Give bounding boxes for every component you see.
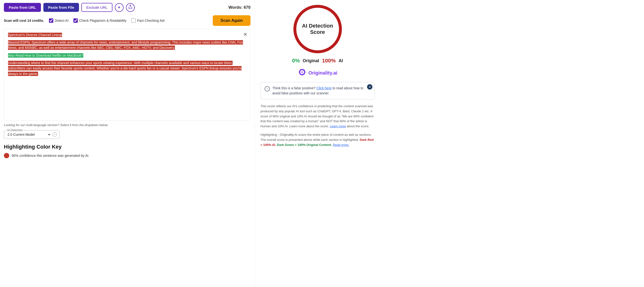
fp-text: Think this is a false positive? Click he… (272, 86, 370, 96)
paste-from-url-button[interactable]: Paste from URL (4, 3, 41, 12)
score-description: This score reflects our AI's confidence … (260, 104, 374, 129)
scan-again-button[interactable]: Scan Again (213, 15, 250, 26)
highlight-description: Highlighting - Originality.AI scans the … (260, 132, 374, 147)
content-close-button[interactable]: ✕ (243, 31, 248, 37)
detect-ai-checkbox[interactable] (49, 18, 53, 23)
detect-ai-checkbox-label[interactable]: Detect AI (49, 18, 68, 23)
highlight-dark-green: Dark Green = 100% Original Content. (277, 143, 332, 147)
content-area: ✕ Spectrum's Diverse Channel Lineup Beyo… (4, 29, 250, 121)
pct-original: 0% (292, 58, 300, 64)
read-more-link[interactable]: Read more. (333, 143, 350, 147)
pct-ai: 100% (322, 58, 336, 64)
label-ai: AI (339, 58, 343, 63)
fp-close-button[interactable]: ✕ (367, 84, 372, 89)
false-positive-box: i Think this is a false positive? Click … (260, 82, 374, 99)
scan-cost: Scan will cost 14 credits. (4, 19, 44, 22)
score-circle-line1: AI Detection (302, 23, 333, 29)
ai-detection-group: AI Detection 2.0 Current Model 1.0 Legac… (4, 130, 60, 139)
content-paragraph-1: Beyond ESPN, Spectrum offers a wide arra… (8, 40, 246, 50)
right-panel: AI Detection Score 0% Original 100% AI (254, 0, 380, 287)
ai-detection-info-icon[interactable]: i (52, 132, 57, 137)
score-desc-suffix: about the score. (347, 124, 369, 128)
score-circle-container: AI Detection Score (260, 5, 374, 53)
fp-click-here-link[interactable]: Click here (316, 86, 332, 90)
title-highlighted: Spectrum's Diverse Channel Lineup (8, 33, 62, 37)
score-circle: AI Detection Score (294, 5, 342, 53)
color-key-title: Highlighting Color Key (4, 144, 250, 150)
score-labels: 0% Original 100% AI (260, 58, 374, 64)
fp-info-icon: i (264, 86, 270, 91)
detect-ai-label: Detect AI (55, 19, 68, 22)
ai-detection-select[interactable]: 2.0 Current Model 1.0 Legacy Model (6, 132, 51, 137)
add-button[interactable]: + (115, 3, 124, 12)
fact-checking-checkbox-label[interactable]: Fact Checking Aid (131, 18, 164, 23)
para1-highlighted: Beyond ESPN, Spectrum offers a wide arra… (8, 40, 243, 50)
share-button[interactable] (126, 3, 135, 12)
plus-icon: + (118, 5, 120, 10)
learn-more-link[interactable]: Learn more (330, 124, 346, 128)
color-key-label-1: 90% confidence this sentence was generat… (12, 154, 90, 158)
brand-logo-icon (298, 68, 306, 78)
color-dot-red (4, 153, 9, 158)
word-count: Words: 670 (228, 5, 250, 10)
ai-detection-legend: AI Detection (6, 128, 24, 132)
check-plagiarism-checkbox[interactable] (74, 18, 78, 23)
brand-name-text: Originality.ai (308, 70, 338, 75)
fact-checking-label: Fact Checking Aid (137, 19, 164, 22)
originality-brand: Originality.ai (260, 68, 374, 78)
check-plagiarism-checkbox-label[interactable]: Check Plagiarism & Readability (74, 18, 126, 23)
fact-checking-checkbox[interactable] (131, 18, 136, 23)
link-green-highlighted: Also Read:How to Download Netflix on Mac… (8, 53, 83, 58)
svg-point-4 (302, 71, 302, 73)
content-title: Spectrum's Diverse Channel Lineup (8, 33, 246, 37)
check-plagiarism-label: Check Plagiarism & Readability (79, 19, 126, 22)
highlight-desc-prefix: Highlighting - Originality.AI scans the … (260, 133, 372, 142)
label-original: Original (302, 58, 319, 63)
multilang-note: Looking for our multi-language version? … (4, 123, 250, 127)
exclude-url-button[interactable]: Exclude URL (82, 3, 112, 12)
content-link-green: Also Read:How to Download Netflix on Mac… (8, 53, 83, 57)
score-circle-line2: Score (310, 29, 325, 35)
color-key-item-1: 90% confidence this sentence was generat… (4, 153, 250, 158)
brand-name: Originality.ai (308, 70, 338, 76)
paste-from-file-button[interactable]: Paste from File (43, 3, 79, 12)
para2-highlighted: Understanding where to find the channel … (8, 61, 242, 76)
fp-text-before: Think this is a false positive? (272, 86, 316, 90)
content-paragraph-2: Understanding where to find the channel … (8, 60, 246, 76)
share-icon (128, 4, 132, 10)
